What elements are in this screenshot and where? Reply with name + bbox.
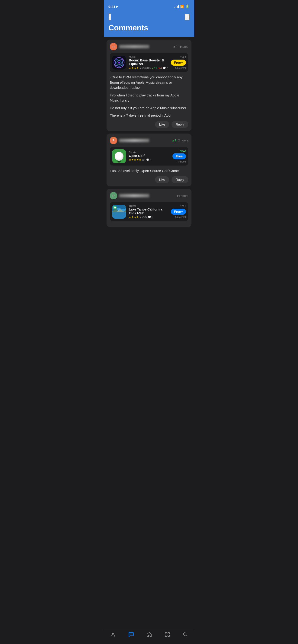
signal-bar-4 xyxy=(178,5,179,8)
status-time: 9:41 ▶ xyxy=(108,5,118,8)
header: ‹ ↻ Comments xyxy=(104,12,194,37)
comment-card-2: P ▲3 2 hours Sports Open Golf ★ xyxy=(107,134,191,186)
bubble-icon-2: 💬 xyxy=(146,158,149,161)
app-listing-1[interactable]: Music Boom: Bass Booster & Equalizer ★ ★… xyxy=(110,53,188,72)
app-category-2: Sports xyxy=(129,151,170,154)
plus-super-3: + xyxy=(181,210,183,213)
username-2 xyxy=(119,139,149,142)
comments-list: P 57 minutes xyxy=(104,37,194,255)
comment-para-1-1: Info when I tried to play tracks from my… xyxy=(110,93,188,103)
time-ago-1: 57 minutes xyxy=(173,45,188,48)
stat-up-1: ▲15 xyxy=(152,67,157,70)
username-3 xyxy=(119,194,149,197)
wifi-icon: 📶 xyxy=(180,5,184,8)
tahoe-icon-svg: 🏔 xyxy=(112,205,126,218)
svg-text:🏔: 🏔 xyxy=(114,206,116,209)
app-rating-3: ★ ★ ★ ★ ★ (30) 💬 1 xyxy=(129,216,168,218)
bubble-icon-3: 💬 xyxy=(148,216,151,218)
price-button-3[interactable]: Free+ xyxy=(171,209,186,215)
app-version-1: 2.6.3 xyxy=(180,56,186,59)
app-info-1: Music Boom: Bass Booster & Equalizer ★ ★… xyxy=(129,56,168,70)
user-info-3: P xyxy=(110,192,149,199)
svg-point-6 xyxy=(118,62,120,64)
signal-bar-3 xyxy=(177,6,178,8)
comment-para-1-3: There is a 7 days free trial period inAp… xyxy=(110,113,188,118)
app-category-3: Travel xyxy=(129,204,168,207)
stat-down-1: ▼4 xyxy=(158,67,162,70)
rating-count-3: (30) xyxy=(142,216,147,218)
star-2-2: ★ xyxy=(131,158,134,161)
star-3-4: ★ xyxy=(136,216,139,218)
comment-card-3: P 14 hours xyxy=(107,189,191,227)
time-display: 9:41 xyxy=(108,5,115,8)
avatar-initial-3: P xyxy=(113,194,115,198)
header-nav: ‹ ↻ xyxy=(108,14,190,20)
star-2: ★ xyxy=(131,66,134,70)
comment-meta-1: 57 minutes xyxy=(173,45,188,48)
time-ago-3: 14 hours xyxy=(176,194,188,198)
rating-count-1: (3.61K) xyxy=(142,67,151,70)
comment-header-1: P 57 minutes xyxy=(110,43,188,50)
back-button[interactable]: ‹ xyxy=(108,14,111,20)
price-label-3: Free xyxy=(174,210,181,214)
app-icon-golf xyxy=(112,149,126,163)
avatar-1: P xyxy=(110,43,117,50)
boom-icon-svg xyxy=(112,56,126,70)
reply-button-1[interactable]: Reply xyxy=(171,121,188,128)
app-info-3: Travel Lake Tahoe California GPS Tour ★ … xyxy=(129,204,168,218)
app-version-3: 2021 xyxy=(180,205,186,208)
comment-header-2: P ▲3 2 hours xyxy=(110,137,188,144)
comment-actions-2: Like Reply xyxy=(110,176,188,183)
star-3-3: ★ xyxy=(134,216,136,218)
time-ago-2: 2 hours xyxy=(178,139,188,142)
comment-para-2-0: Fun. 20 levels only. Open Source Golf Ga… xyxy=(110,168,188,174)
app-name-2: Open Golf xyxy=(129,154,170,158)
status-bar: 9:41 ▶ 📶 🔋 xyxy=(104,0,194,12)
app-listing-3[interactable]: 🏔 Travel Lake Tahoe California GPS Tour … xyxy=(110,202,188,221)
star-3-2: ★ xyxy=(131,216,134,218)
comment-card-1: P 57 minutes xyxy=(107,40,191,131)
comment-para-1-2: Do not buy it if you are an Apple Music … xyxy=(110,106,188,111)
app-new-badge-2: New! xyxy=(180,150,186,152)
app-category-1: Music xyxy=(129,56,168,58)
app-listing-2[interactable]: Sports Open Golf ★ ★ ★ ★ ★ (2) 💬 1 xyxy=(110,147,188,166)
avatar-initial-2: P xyxy=(113,139,115,142)
comment-count-2: 1 xyxy=(150,158,151,161)
app-icon-tahoe: 🏔 xyxy=(112,205,126,218)
star-2-1: ★ xyxy=(129,158,131,161)
content-spacer xyxy=(107,229,191,252)
price-label-2: Free xyxy=(176,154,183,158)
app-icon-boom xyxy=(112,56,126,70)
status-icons: 📶 🔋 xyxy=(175,4,190,8)
reply-button-2[interactable]: Reply xyxy=(171,176,188,183)
star-4: ★ xyxy=(136,66,139,70)
bubble-icon-1: 💬 xyxy=(163,66,166,70)
app-name-1: Boom: Bass Booster & Equalizer xyxy=(129,58,168,66)
like-button-2[interactable]: Like xyxy=(155,176,169,183)
star-1: ★ xyxy=(129,66,131,70)
signal-strength xyxy=(175,5,179,8)
comment-meta-3: 14 hours xyxy=(176,194,188,198)
comment-para-1-0: «Due to DRM restrictions you cannot appl… xyxy=(110,75,188,90)
signal-bar-1 xyxy=(175,7,175,8)
app-price-col-2: New! Free iPhone xyxy=(172,150,186,163)
price-label-1: Free xyxy=(174,61,181,64)
price-button-2[interactable]: Free xyxy=(172,153,186,159)
like-button-1[interactable]: Like xyxy=(155,121,169,128)
signal-bar-2 xyxy=(176,6,176,8)
star-5: ★ xyxy=(139,66,141,70)
app-price-col-3: 2021 Free+ Universal xyxy=(171,205,186,218)
app-platform-1: Universal xyxy=(175,66,186,69)
app-info-2: Sports Open Golf ★ ★ ★ ★ ★ (2) 💬 1 xyxy=(129,151,170,161)
user-info-2: P xyxy=(110,137,149,144)
refresh-button[interactable]: ↻ xyxy=(185,14,190,20)
app-rating-1: ★ ★ ★ ★ ★ (3.61K) ▲15 ▼4 💬 2 xyxy=(129,66,168,70)
page-title: Comments xyxy=(108,23,190,32)
price-button-1[interactable]: Free+ xyxy=(171,60,186,66)
comment-count-1: 2 xyxy=(166,67,168,70)
app-name-3: Lake Tahoe California GPS Tour xyxy=(129,208,168,215)
comment-text-1: «Due to DRM restrictions you cannot appl… xyxy=(110,75,188,118)
star-2-3: ★ xyxy=(134,158,136,161)
stat-comment-2: 💬 1 xyxy=(146,158,151,161)
stars-2: ★ ★ ★ ★ ★ xyxy=(129,158,141,161)
